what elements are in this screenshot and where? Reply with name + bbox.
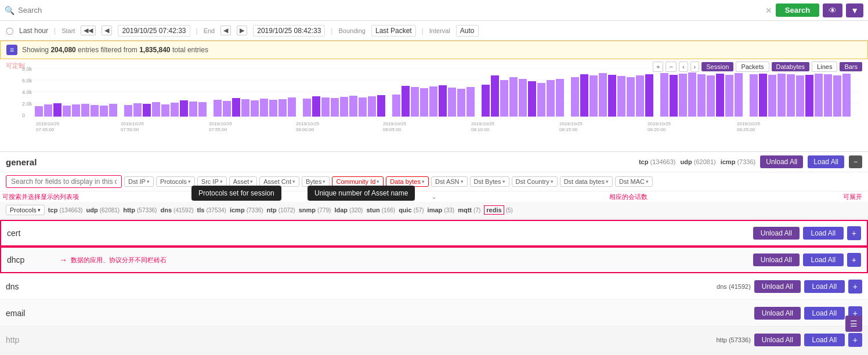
search-clear-icon[interactable]: ✕: [765, 6, 772, 15]
svg-rect-40: [331, 98, 339, 117]
svg-rect-62: [547, 80, 555, 117]
svg-rect-78: [707, 75, 715, 117]
svg-text:0: 0: [22, 113, 25, 118]
svg-rect-33: [260, 99, 268, 117]
svg-rect-67: [599, 73, 607, 117]
svg-rect-20: [133, 103, 142, 117]
udp-badge: udp (62081): [681, 158, 716, 165]
svg-text:08:15:00: 08:15:00: [559, 127, 578, 132]
svg-rect-56: [491, 75, 499, 117]
http-plus-btn[interactable]: +: [848, 333, 862, 347]
cert-plus-btn[interactable]: +: [847, 226, 861, 240]
dhcp-unload-btn[interactable]: Unload All: [753, 253, 800, 266]
email-load-btn[interactable]: Load All: [804, 307, 845, 320]
category-name-email: email: [6, 309, 52, 318]
svg-rect-81: [735, 73, 743, 117]
dhcp-plus-btn[interactable]: +: [847, 253, 861, 267]
svg-text:08:05:00: 08:05:00: [383, 127, 402, 132]
end-value[interactable]: 2019/10/25 08:42:33: [253, 25, 325, 37]
view-databytes-btn[interactable]: Databytes: [772, 62, 810, 71]
clock-icon: ◯: [6, 27, 13, 35]
general-load-all-btn[interactable]: Load All: [808, 155, 844, 168]
dns-plus-btn[interactable]: +: [848, 280, 862, 294]
field-search-input[interactable]: [6, 175, 122, 188]
svg-rect-35: [279, 99, 287, 117]
interval-value[interactable]: Auto: [456, 25, 479, 37]
svg-rect-14: [72, 104, 80, 117]
field-tag-dst-asn[interactable]: Dst ASN▾: [431, 176, 468, 187]
proto-item-snmp: snmp (779): [299, 207, 331, 213]
svg-rect-16: [91, 105, 99, 117]
svg-rect-21: [143, 104, 151, 117]
last-hour-label[interactable]: Last hour: [19, 27, 48, 35]
start-prev-btn[interactable]: ◀: [102, 26, 112, 35]
svg-text:08:00:00: 08:00:00: [296, 127, 314, 132]
email-unload-btn[interactable]: Unload All: [754, 307, 801, 320]
corner-settings-btn[interactable]: ☰: [845, 316, 862, 332]
svg-rect-31: [241, 99, 249, 117]
dns-unload-btn[interactable]: Unload All: [754, 280, 801, 293]
dns-proto-badge: dns (41592): [717, 283, 751, 290]
zoom-out-btn[interactable]: −: [666, 61, 676, 72]
proto-item-http: http (57336): [123, 207, 157, 213]
chart-svg: 8.0k 6.0k 4.0k 2.0k 0: [0, 63, 868, 138]
cert-unload-btn[interactable]: Unload All: [753, 227, 800, 240]
start-first-btn[interactable]: ◀◀: [81, 26, 96, 35]
category-name-cert: cert: [7, 229, 53, 238]
chart-controls: + − ‹ › Session Packets Databytes Lines …: [653, 61, 862, 72]
annotation-dhcp: 数据的应用、协议分开不同栏砖石: [71, 256, 167, 265]
chart-next-btn[interactable]: ›: [690, 61, 700, 72]
protocols-selector[interactable]: Protocols ▾: [6, 205, 45, 215]
proto-item-mqtt: mqtt (7): [458, 207, 480, 213]
svg-rect-80: [725, 75, 733, 117]
svg-text:2019/10/25: 2019/10/25: [296, 121, 320, 126]
eye-button[interactable]: 👁: [823, 3, 842, 17]
view-session-btn[interactable]: Session: [701, 62, 733, 71]
svg-rect-39: [321, 97, 330, 117]
category-row-dns: dns dns (41592) Unload All Load All +: [0, 273, 868, 300]
http-unload-btn[interactable]: Unload All: [754, 334, 801, 346]
svg-rect-55: [482, 85, 490, 117]
info-bar: ≡ Showing 204,080 entries filtered from …: [0, 41, 868, 59]
view-packets-btn[interactable]: Packets: [736, 61, 769, 72]
end-prev-btn[interactable]: ◀: [220, 26, 231, 35]
search-input[interactable]: [18, 6, 762, 15]
field-tag-protocols[interactable]: Protocols▾: [156, 176, 195, 187]
dhcp-load-btn[interactable]: Load All: [803, 253, 844, 266]
info-text: Showing 204,080 entries filtered from 1,…: [22, 46, 208, 54]
field-tag-dst-mac[interactable]: Dst MAC▾: [615, 176, 653, 187]
http-load-btn[interactable]: Load All: [804, 334, 845, 346]
end-next-btn[interactable]: ▶: [237, 26, 247, 35]
bounding-value[interactable]: Last Packet: [371, 25, 416, 37]
zoom-in-btn[interactable]: +: [653, 61, 663, 72]
field-tag-dst-ip[interactable]: Dst IP▾: [124, 176, 154, 187]
category-dns-right: dns (41592) Unload All Load All +: [717, 280, 862, 294]
svg-rect-49: [420, 88, 428, 117]
category-row-cert: cert Unload All Load All +: [0, 220, 868, 247]
start-value[interactable]: 2019/10/25 07:42:33: [118, 25, 190, 37]
view-lines-btn[interactable]: Lines: [812, 61, 837, 72]
search-button[interactable]: Search: [776, 3, 819, 17]
chart-prev-btn[interactable]: ‹: [679, 61, 688, 72]
dropdown-arrow-button[interactable]: ▼: [846, 3, 863, 17]
chart-area: 可定制 + − ‹ › Session Packets Databytes Li…: [0, 59, 868, 152]
svg-rect-48: [411, 87, 419, 117]
search-bar: 🔍 ✕ Search 👁 ▼: [0, 0, 868, 21]
svg-rect-30: [232, 98, 240, 117]
svg-rect-66: [589, 75, 598, 117]
dns-load-btn[interactable]: Load All: [804, 280, 845, 293]
svg-rect-26: [189, 102, 197, 117]
down-arrow-row: ⌄: [0, 191, 868, 202]
view-bars-btn[interactable]: Bars: [840, 62, 862, 71]
proto-item-tls: tls (37534): [197, 207, 226, 213]
field-tag-dst-country[interactable]: Dst Country▾: [512, 176, 558, 187]
svg-rect-75: [679, 74, 687, 117]
general-unload-all-btn[interactable]: Unload All: [760, 155, 803, 168]
field-tag-dst-data-bytes[interactable]: Dst data bytes▾: [560, 176, 613, 187]
svg-rect-89: [815, 74, 823, 117]
svg-text:2019/10/25: 2019/10/25: [648, 121, 671, 126]
cert-load-btn[interactable]: Load All: [803, 227, 844, 240]
general-collapse-btn[interactable]: −: [849, 155, 862, 168]
svg-rect-69: [617, 76, 625, 117]
field-tag-dst-bytes[interactable]: Dst Bytes▾: [470, 176, 509, 187]
